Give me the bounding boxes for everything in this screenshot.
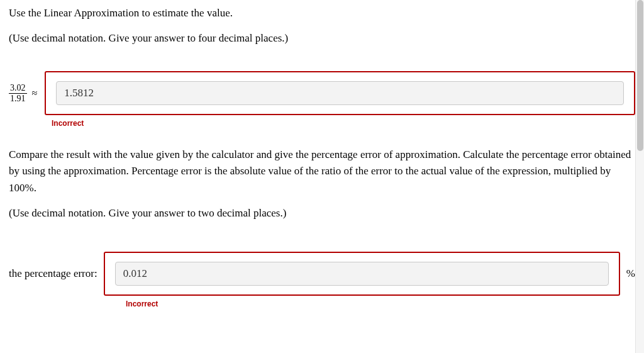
fraction-denominator: 1.91 — [9, 94, 27, 103]
q2-answer-input[interactable] — [115, 262, 609, 286]
q1-feedback: Incorrect — [52, 118, 635, 129]
fraction: 3.02 1.91 — [9, 83, 27, 103]
fraction-numerator: 3.02 — [9, 83, 27, 93]
q1-expression: 3.02 1.91 ≈ — [9, 83, 37, 103]
scrollbar-thumb[interactable] — [637, 0, 643, 151]
q2-paragraph: Compare the result with the value given … — [9, 147, 635, 196]
q2-feedback: Incorrect — [126, 298, 635, 310]
q1-answer-box — [45, 71, 635, 115]
q1-instruction-line1: Use the Linear Approximation to estimate… — [9, 5, 635, 21]
percent-unit: % — [626, 266, 635, 282]
q2-answer-box — [104, 252, 620, 296]
q1-instruction-line2: (Use decimal notation. Give your answer … — [9, 30, 635, 47]
q1-answer-row: 3.02 1.91 ≈ — [9, 71, 635, 115]
scrollbar-track[interactable] — [635, 0, 644, 332]
q1-answer-input[interactable] — [56, 81, 624, 105]
q2-answer-row: the percentage error: % — [9, 252, 635, 296]
q2-label: the percentage error: — [9, 266, 97, 282]
approx-symbol: ≈ — [32, 86, 38, 101]
q2-instruction-line2: (Use decimal notation. Give your answer … — [9, 205, 635, 221]
